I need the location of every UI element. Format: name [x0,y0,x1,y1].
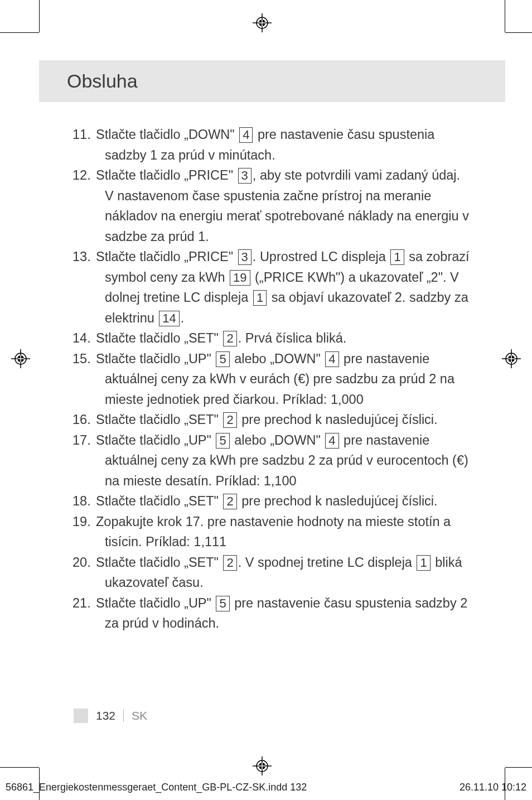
indd-timestamp: 26.11.10 10:12 [460,782,526,793]
item-text: . Prvá číslica bliká. [238,331,347,345]
list-item: 14.Stlačte tlačidlo „SET" 2. Prvá číslic… [72,328,472,349]
reference-box: 5 [216,596,229,611]
item-text: Stlačte tlačidlo „SET" [96,494,222,508]
reference-box: 4 [325,433,338,449]
item-number: 16. [72,409,96,430]
list-item: 16.Stlačte tlačidlo „SET" 2 pre prechod … [72,409,472,430]
item-number: 19. [72,512,96,532]
page-footer: 132 SK [74,709,147,723]
crop-mark [39,0,40,32]
section-title-bar: Obsluha [39,60,505,102]
crop-mark [0,32,39,33]
reference-box: 3 [238,249,252,265]
footer-block-icon [74,709,88,723]
indd-slug: 56861_Energiekostenmessgeraet_Content_GB… [0,782,532,793]
body-content: 11.Stlačte tlačidlo „DOWN" 4 pre nastave… [39,102,505,634]
reference-box: 4 [239,127,253,143]
reference-box: 2 [223,331,236,346]
item-number: 14. [72,328,96,349]
footer-separator [123,710,124,722]
item-number: 13. [72,247,96,267]
item-text: alebo „DOWN" [231,433,325,447]
crop-mark [505,0,505,32]
item-text: pre prechod k nasledujúcej číslici. [238,412,438,427]
reference-box: 3 [238,168,252,184]
reference-box: 2 [223,494,236,509]
crop-mark [0,767,39,768]
list-item: 13.Stlačte tlačidlo „PRICE" 3. Uprostred… [72,247,472,328]
list-item: 17.Stlačte tlačidlo „UP" 5 alebo „DOWN" … [72,430,472,491]
item-text: Zopakujte krok 17. pre nastavenie hodnot… [96,514,451,550]
item-number: 12. [72,165,96,186]
item-number: 15. [72,349,96,369]
item-text: Stlačte tlačidlo „SET" [96,555,222,570]
list-item: 11.Stlačte tlačidlo „DOWN" 4 pre nastave… [72,124,472,165]
item-text: Stlačte tlačidlo „UP" [96,433,215,447]
reference-box: 2 [223,555,236,571]
register-mark-icon [11,349,30,368]
list-item: 21.Stlačte tlačidlo „UP" 5 pre nastaveni… [72,593,472,634]
item-text: Stlačte tlačidlo „UP" [96,596,215,610]
reference-box: 19 [230,270,250,286]
item-number: 11. [72,124,96,145]
reference-box: 5 [216,433,229,449]
item-text: . Uprostred LC displeja [253,249,390,264]
register-mark-icon [253,13,272,32]
item-text: Stlačte tlačidlo „PRICE" [96,249,237,264]
item-number: 17. [72,430,96,451]
section-title: Obsluha [67,70,505,92]
item-text: . [181,311,185,325]
reference-box: 1 [417,555,430,571]
reference-box: 2 [223,412,236,428]
page-frame: Obsluha 11.Stlačte tlačidlo „DOWN" 4 pre… [39,32,505,768]
reference-box: 1 [390,249,404,265]
item-text: Stlačte tlačidlo „SET" [96,331,222,345]
crop-mark [505,767,532,768]
item-text: Stlačte tlačidlo „UP" [96,351,215,366]
item-text: Stlačte tlačidlo „PRICE" [96,168,237,182]
list-item: 15.Stlačte tlačidlo „UP" 5 alebo „DOWN" … [72,349,472,410]
item-number: 20. [72,552,96,573]
item-text: Stlačte tlačidlo „SET" [96,412,222,427]
list-item: 19.Zopakujte krok 17. pre nastavenie hod… [72,512,472,552]
reference-box: 1 [253,290,267,306]
indd-filename: 56861_Energiekostenmessgeraet_Content_GB… [6,782,307,793]
list-item: 12.Stlačte tlačidlo „PRICE" 3, aby ste p… [72,165,472,247]
reference-box: 14 [159,311,179,326]
crop-mark [505,32,532,33]
item-number: 21. [72,593,96,614]
list-item: 18.Stlačte tlačidlo „SET" 2 pre prechod … [72,491,472,512]
reference-box: 4 [325,351,338,367]
item-text: alebo „DOWN" [231,351,325,366]
reference-box: 5 [216,351,229,367]
item-number: 18. [72,491,96,512]
footer-language: SK [132,709,147,722]
item-text: . V spodnej tretine LC displeja [238,555,416,570]
page-number: 132 [96,709,115,722]
list-item: 20.Stlačte tlačidlo „SET" 2. V spodnej t… [72,552,472,593]
item-text: pre prechod k nasledujúcej číslici. [238,494,438,508]
item-text: Stlačte tlačidlo „DOWN" [96,127,238,142]
